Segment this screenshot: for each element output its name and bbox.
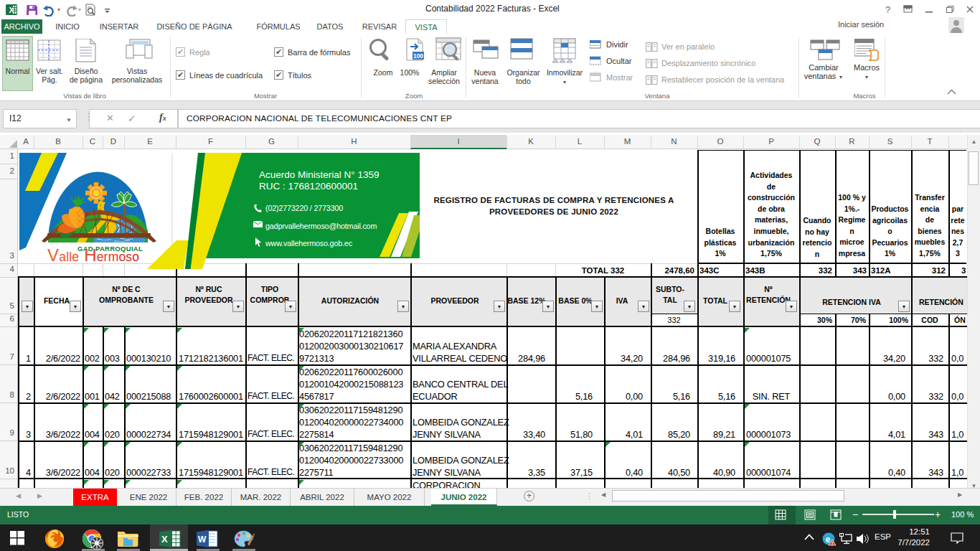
svg-text:Acuerdo Ministerial N° 1359: Acuerdo Ministerial N° 1359 [259, 169, 379, 180]
svg-text:100: 100 [413, 52, 423, 60]
svg-text:www.vallehermoso.gob.ec: www.vallehermoso.gob.ec [265, 239, 353, 248]
svg-text:e: e [826, 534, 831, 545]
svg-text:(02)2773220 / 2773300: (02)2773220 / 2773300 [265, 204, 343, 212]
svg-text:!: ! [831, 541, 833, 546]
svg-text:W: W [198, 534, 207, 545]
svg-text:RUC : 1768120600001: RUC : 1768120600001 [259, 181, 358, 192]
svg-text:?: ? [885, 4, 890, 15]
svg-text:X: X [161, 534, 168, 545]
svg-text:▾: ▾ [57, 6, 60, 13]
svg-text:gadprvallehermoso@hotmail.com: gadprvallehermoso@hotmail.com [265, 222, 377, 230]
svg-text:▾: ▾ [78, 6, 81, 13]
